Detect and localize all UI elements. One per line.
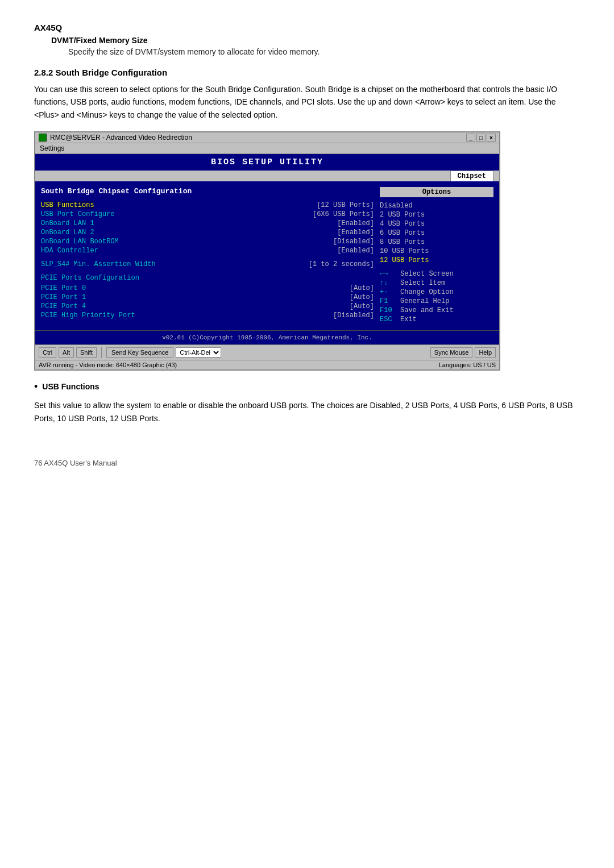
key-row: F1General Help [380,297,493,305]
page-footer: 76 AX45Q User's Manual [34,459,580,467]
shift-button[interactable]: Shift [76,347,97,358]
bios-field-row: OnBoard LAN 1[Enabled] [41,219,374,227]
bios-options-list: Disabled2 USB Ports4 USB Ports6 USB Port… [380,202,493,264]
pcie-label: PCIE High Priority Port [41,312,135,319]
field-label: USB Port Configure [41,210,115,218]
bios-tab-chipset[interactable]: Chipset [450,171,493,181]
key-row: ↑↓Select Item [380,279,493,287]
key-row: ESCExit [380,315,493,323]
bios-tab-bar: Chipset [35,171,499,181]
pcie-value: [Auto] [350,293,374,301]
key-code: +- [380,288,397,296]
bios-field-row: OnBoard LAN 2[Enabled] [41,229,374,236]
sync-mouse-button[interactable]: Sync Mouse [430,347,473,358]
section-heading: 2.8.2 South Bridge Configuration [34,68,580,77]
key-code: F10 [380,306,397,314]
option-item: 2 USB Ports [380,211,493,219]
key-row: +-Change Option [380,288,493,296]
send-key-sequence-button[interactable]: Send Key Sequence [106,347,173,358]
pcie-label: PCIE Port 1 [41,293,86,301]
close-button[interactable]: × [487,134,496,142]
field-label: OnBoard LAN BootROM [41,238,119,246]
bios-keys: ←→Select Screen↑↓Select Item+-Change Opt… [380,270,493,323]
field-value: [Enabled] [337,247,374,255]
bios-app-icon [39,134,47,142]
toolbar-separator [101,347,102,358]
pcie-field-row: PCIE Port 4[Auto] [41,302,374,310]
key-desc: Select Item [400,279,445,287]
field-label: OnBoard LAN 1 [41,219,94,227]
bios-field-row: USB Port Configure[6X6 USB Ports] [41,210,374,218]
option-item: 10 USB Ports [380,247,493,255]
page-subtitle: DVMT/Fixed Memory Size [34,36,580,45]
pcie-value: [Disabled] [333,312,374,319]
field-value: [12 USB Ports] [317,201,374,209]
help-button[interactable]: Help [475,347,496,358]
bios-field-row: HDA Controller[Enabled] [41,247,374,255]
key-sequence-dropdown[interactable]: Ctrl-Alt-Del [176,347,221,358]
bios-footer: v02.61 (C)Copyright 1985-2006, American … [35,330,499,344]
key-code: ←→ [380,270,397,278]
bios-titlebar-buttons: _ □ × [466,134,496,142]
bios-field-row: USB Functions[12 USB Ports] [41,201,374,209]
field-value: [Enabled] [337,219,374,227]
alt-button[interactable]: Alt [59,347,74,358]
bios-titlebar-left: RMC@SERVER - Advanced Video Redirection [39,134,192,142]
bullet-title: USB Functions [42,382,99,391]
pcie-value: [Auto] [350,284,374,292]
bios-right-panel: Options Disabled2 USB Ports4 USB Ports6 … [380,187,493,325]
option-item: 8 USB Ports [380,238,493,246]
toolbar-right: Sync Mouse Help [430,347,496,358]
bios-window-title: RMC@SERVER - Advanced Video Redirection [50,134,192,142]
slp-row: SLP_S4# Min. Assertion Width [1 to 2 sec… [41,260,374,268]
bios-statusbar: AVR running - Video mode: 640×480 Graphi… [35,360,499,369]
pcie-title: PCIE Ports Configuration [41,274,374,282]
maximize-button[interactable]: □ [476,134,486,142]
menu-settings[interactable]: Settings [40,144,64,152]
bios-window: RMC@SERVER - Advanced Video Redirection … [34,131,500,371]
pcie-field-row: PCIE Port 0[Auto] [41,284,374,292]
slp-value: [1 to 2 seconds] [309,260,374,268]
pcie-label: PCIE Port 4 [41,302,86,310]
bullet-point: • [34,381,38,393]
pcie-field-row: PCIE High Priority Port[Disabled] [41,312,374,319]
bios-options-title: Options [380,187,493,197]
bios-header-bar: BIOS SETUP UTILITY [35,154,499,171]
pcie-label: PCIE Port 0 [41,284,86,292]
key-desc: Select Screen [400,270,454,278]
key-desc: Change Option [400,288,454,296]
bios-titlebar: RMC@SERVER - Advanced Video Redirection … [35,132,499,143]
key-row: ←→Select Screen [380,270,493,278]
key-code: ↑↓ [380,279,397,287]
bios-field-row: OnBoard LAN BootROM[Disabled] [41,238,374,246]
option-item: Disabled [380,202,493,210]
page-subtitle-desc: Specify the size of DVMT/system memory t… [34,47,580,56]
key-code: F1 [380,297,397,305]
key-row: F10Save and Exit [380,306,493,314]
ctrl-button[interactable]: Ctrl [39,347,56,358]
pcie-field-row: PCIE Port 1[Auto] [41,293,374,301]
bios-menubar[interactable]: Settings [35,143,499,154]
option-item: 4 USB Ports [380,220,493,228]
field-label: HDA Controller [41,247,98,255]
minimize-button[interactable]: _ [466,134,475,142]
statusbar-right: Languages: US / US [439,362,496,368]
page-model: AX45Q [34,23,580,32]
section-desc: You can use this screen to select option… [34,83,580,121]
bios-fields: USB Functions[12 USB Ports]USB Port Conf… [41,201,374,255]
field-value: [Disabled] [333,238,374,246]
field-label: USB Functions [41,201,94,209]
bios-section-title: South Bridge Chipset Configuration [41,187,374,196]
statusbar-left: AVR running - Video mode: 640×480 Graphi… [39,362,177,368]
bios-content: South Bridge Chipset Configuration USB F… [35,181,499,330]
bios-pcie-fields: PCIE Port 0[Auto] PCIE Port 1[Auto] PCIE… [41,284,374,319]
bios-toolbar: Ctrl Alt Shift Send Key Sequence Ctrl-Al… [35,344,499,360]
bullet-desc: Set this value to allow the system to en… [34,399,580,425]
key-desc: General Help [400,297,449,305]
key-code: ESC [380,315,397,323]
bullet-section: • USB Functions Set this value to allow … [34,382,580,425]
key-desc: Save and Exit [400,306,454,314]
field-value: [6X6 USB Ports] [313,210,374,218]
bios-left-panel: South Bridge Chipset Configuration USB F… [41,187,374,325]
slp-label: SLP_S4# Min. Assertion Width [41,260,156,268]
